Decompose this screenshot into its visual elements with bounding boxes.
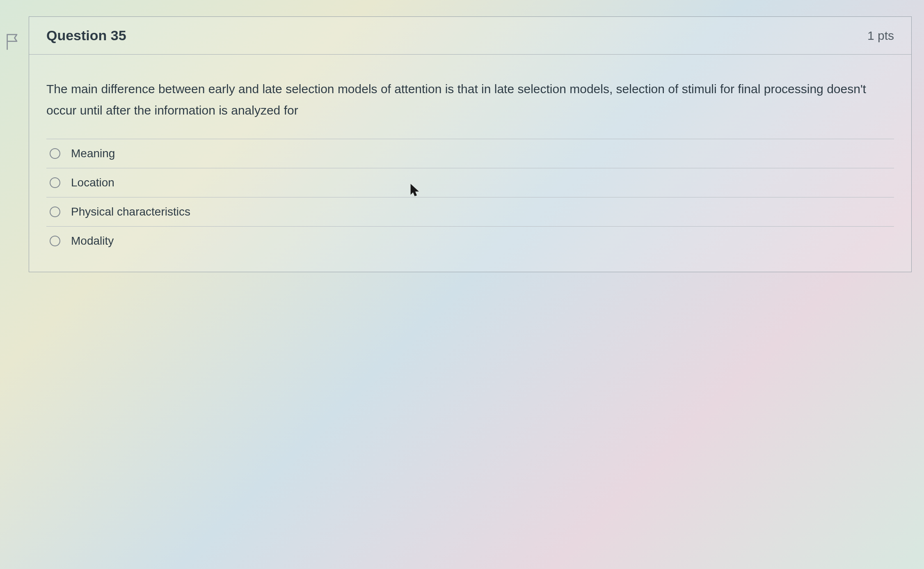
radio-physical-characteristics[interactable] bbox=[50, 206, 60, 217]
answer-label: Physical characteristics bbox=[71, 205, 190, 218]
radio-location[interactable] bbox=[50, 177, 60, 188]
flag-icon[interactable] bbox=[4, 32, 21, 52]
answer-label: Location bbox=[71, 176, 114, 189]
question-title: Question 35 bbox=[46, 28, 126, 44]
question-header: Question 35 1 pts bbox=[29, 17, 911, 55]
question-points: 1 pts bbox=[867, 29, 894, 43]
answer-label: Modality bbox=[71, 234, 114, 248]
answer-option-meaning[interactable]: Meaning bbox=[46, 139, 894, 168]
answer-option-location[interactable]: Location bbox=[46, 168, 894, 197]
answer-option-modality[interactable]: Modality bbox=[46, 226, 894, 255]
question-card: Question 35 1 pts The main difference be… bbox=[29, 16, 912, 272]
answer-option-physical-characteristics[interactable]: Physical characteristics bbox=[46, 197, 894, 226]
answer-label: Meaning bbox=[71, 147, 115, 160]
question-prompt: The main difference between early and la… bbox=[46, 78, 894, 121]
radio-modality[interactable] bbox=[50, 236, 60, 246]
question-body: The main difference between early and la… bbox=[29, 55, 911, 272]
radio-meaning[interactable] bbox=[50, 148, 60, 159]
